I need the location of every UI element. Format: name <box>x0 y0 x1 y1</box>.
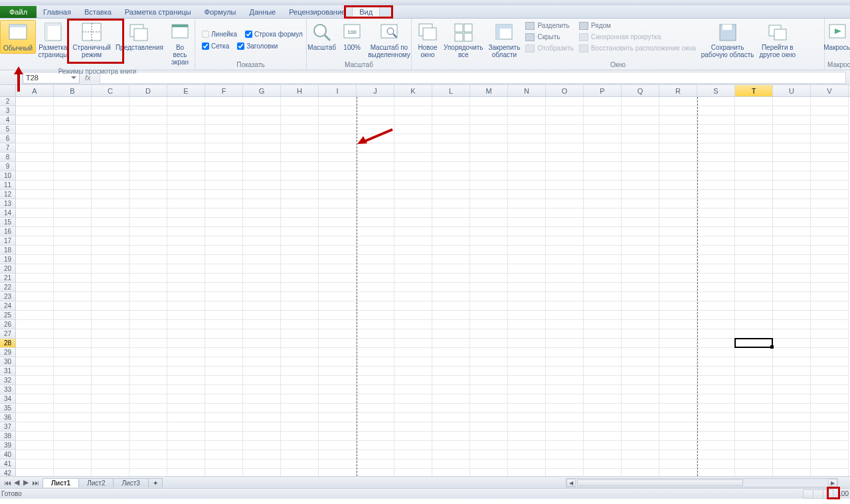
row-header-13[interactable]: 13 <box>0 199 16 209</box>
cell[interactable] <box>622 413 659 422</box>
cell[interactable] <box>773 460 811 469</box>
cell[interactable] <box>622 450 659 460</box>
cell[interactable] <box>508 413 546 422</box>
cell[interactable] <box>470 236 508 246</box>
cell[interactable] <box>243 106 281 116</box>
cell[interactable] <box>773 116 811 125</box>
cell[interactable] <box>281 264 319 274</box>
cell[interactable] <box>357 181 394 190</box>
cell[interactable] <box>167 143 205 153</box>
cell[interactable] <box>622 162 659 171</box>
cell[interactable] <box>735 311 773 320</box>
cell[interactable] <box>735 301 773 311</box>
cell[interactable] <box>697 227 735 236</box>
cell[interactable] <box>659 125 697 134</box>
cell[interactable] <box>584 274 622 283</box>
cell[interactable] <box>394 283 432 292</box>
cell[interactable] <box>243 292 281 301</box>
cell[interactable] <box>622 181 659 190</box>
cell[interactable] <box>394 450 432 460</box>
cell[interactable] <box>319 227 357 236</box>
cell[interactable] <box>432 469 470 476</box>
cell[interactable] <box>167 162 205 171</box>
cell[interactable] <box>622 171 659 181</box>
cell[interactable] <box>622 190 659 199</box>
cell[interactable] <box>773 162 811 171</box>
cell[interactable] <box>622 125 659 134</box>
cell[interactable] <box>470 274 508 283</box>
cell[interactable] <box>470 264 508 274</box>
cell[interactable] <box>167 246 205 255</box>
cell[interactable] <box>773 246 811 255</box>
cell[interactable] <box>697 450 735 460</box>
chk-ruler[interactable]: Линейка <box>202 29 237 40</box>
cell[interactable] <box>243 413 281 422</box>
cell[interactable] <box>773 274 811 283</box>
row-header-24[interactable]: 24 <box>0 301 16 311</box>
cell[interactable] <box>773 97 811 106</box>
cell[interactable] <box>129 311 167 320</box>
cell[interactable] <box>319 218 357 227</box>
cell[interactable] <box>508 422 546 432</box>
cell[interactable] <box>54 301 92 311</box>
cell[interactable] <box>622 246 659 255</box>
cell[interactable] <box>697 106 735 116</box>
cell[interactable] <box>470 190 508 199</box>
cell[interactable] <box>508 274 546 283</box>
row-header-9[interactable]: 9 <box>0 162 16 171</box>
cell[interactable] <box>54 450 92 460</box>
cell[interactable] <box>205 367 243 376</box>
cell[interactable] <box>697 292 735 301</box>
cell[interactable] <box>622 348 659 357</box>
cell[interactable] <box>281 348 319 357</box>
cell[interactable] <box>394 292 432 301</box>
cell[interactable] <box>432 404 470 413</box>
cell[interactable] <box>432 246 470 255</box>
cell[interactable] <box>167 218 205 227</box>
cell[interactable] <box>546 367 584 376</box>
cell[interactable] <box>281 246 319 255</box>
sheet-tab-1[interactable]: Лист1 <box>42 478 79 487</box>
cell[interactable] <box>773 153 811 162</box>
cell[interactable] <box>697 274 735 283</box>
cell[interactable] <box>622 292 659 301</box>
cell[interactable] <box>357 106 394 116</box>
cell[interactable] <box>584 441 622 450</box>
row-header-41[interactable]: 41 <box>0 460 16 469</box>
cell[interactable] <box>697 97 735 106</box>
cell[interactable] <box>319 460 357 469</box>
cell[interactable] <box>394 385 432 394</box>
cell[interactable] <box>394 422 432 432</box>
cell[interactable] <box>546 460 584 469</box>
cell[interactable] <box>470 357 508 367</box>
cell[interactable] <box>584 125 622 134</box>
cell[interactable] <box>357 311 394 320</box>
cell[interactable] <box>546 264 584 274</box>
cell[interactable] <box>773 134 811 143</box>
cell[interactable] <box>92 311 129 320</box>
cell[interactable] <box>735 246 773 255</box>
cell[interactable] <box>319 153 357 162</box>
cell[interactable] <box>16 199 54 209</box>
cell[interactable] <box>735 227 773 236</box>
cell[interactable] <box>470 329 508 339</box>
col-header-F[interactable]: F <box>205 85 243 96</box>
col-header-M[interactable]: M <box>470 85 508 96</box>
cell[interactable] <box>54 209 92 218</box>
cell[interactable] <box>508 460 546 469</box>
cell[interactable] <box>622 460 659 469</box>
cell[interactable] <box>659 190 697 199</box>
col-header-E[interactable]: E <box>167 85 205 96</box>
cell[interactable] <box>508 404 546 413</box>
cell[interactable] <box>546 255 584 264</box>
cell[interactable] <box>243 385 281 394</box>
cell[interactable] <box>205 116 243 125</box>
cell[interactable] <box>508 190 546 199</box>
cell[interactable] <box>54 125 92 134</box>
cell[interactable] <box>394 190 432 199</box>
cell[interactable] <box>584 106 622 116</box>
cell[interactable] <box>357 246 394 255</box>
hide-button[interactable]: Скрыть <box>525 32 574 42</box>
cell[interactable] <box>54 339 92 348</box>
cell[interactable] <box>584 413 622 422</box>
